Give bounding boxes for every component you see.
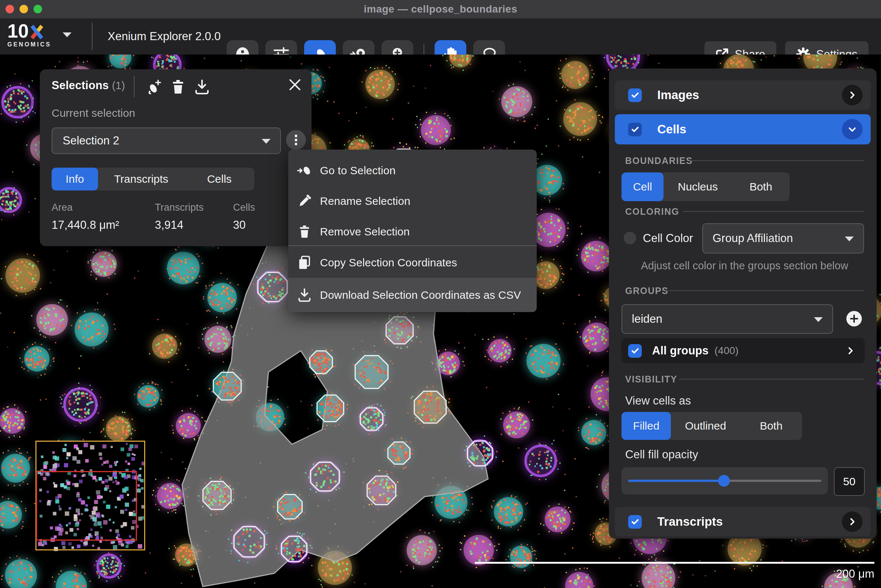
toolbar-divider bbox=[92, 23, 93, 50]
app-title: Xenium Explorer 2.0.0 bbox=[108, 30, 221, 43]
menu-item-rename-selection[interactable]: Rename Selection bbox=[288, 186, 537, 216]
download-icon bbox=[194, 79, 210, 95]
boundaries-header: BOUNDARIES bbox=[625, 156, 693, 166]
section-line bbox=[689, 160, 864, 161]
all-groups-row[interactable]: All groups (400) bbox=[621, 338, 865, 363]
opacity-slider[interactable] bbox=[621, 467, 828, 494]
transcripts-checkbox[interactable] bbox=[628, 515, 642, 529]
cells-label: Cells bbox=[657, 122, 842, 136]
check-icon bbox=[630, 124, 640, 134]
view-cells-as-label: View cells as bbox=[625, 394, 691, 408]
delete-selection-button[interactable] bbox=[170, 79, 186, 95]
boundaries-option-nucleus[interactable]: Nucleus bbox=[663, 172, 732, 201]
stat-cells-value: 30 bbox=[233, 219, 255, 232]
chevron-down-icon bbox=[848, 124, 857, 134]
menu-item-download-csv[interactable]: Download Selection Coordinates as CSV bbox=[288, 278, 537, 312]
all-groups-checkbox[interactable] bbox=[628, 344, 642, 358]
section-line bbox=[683, 211, 864, 212]
visibility-header: VISIBILITY bbox=[625, 374, 677, 385]
tab-cells[interactable]: Cells bbox=[184, 168, 254, 190]
tab-info[interactable]: Info bbox=[52, 168, 98, 190]
add-selection-button[interactable] bbox=[146, 79, 162, 95]
add-selection-icon bbox=[146, 79, 162, 95]
menu-item-go-to-selection[interactable]: Go to Selection bbox=[288, 155, 537, 186]
tenx-logo-x-icon bbox=[30, 24, 44, 40]
selection-dropdown[interactable]: Selection 2 bbox=[52, 128, 281, 154]
selection-context-menu: Go to Selection Rename Selection Remove … bbox=[288, 150, 537, 312]
images-expand-button[interactable] bbox=[842, 85, 863, 105]
chevron-down-icon bbox=[262, 139, 271, 144]
pencil-icon bbox=[297, 194, 312, 208]
chevron-right-icon bbox=[848, 90, 857, 100]
close-panel-button[interactable] bbox=[286, 76, 304, 94]
layer-row-cells[interactable]: Cells bbox=[615, 114, 870, 144]
selections-panel: Selections (1) bbox=[40, 69, 311, 246]
selection-tabs: Info Transcripts Cells bbox=[52, 168, 254, 190]
copy-icon bbox=[297, 255, 312, 270]
layer-row-transcripts[interactable]: Transcripts bbox=[615, 507, 870, 536]
view-option-both[interactable]: Both bbox=[740, 412, 802, 440]
trash-icon bbox=[297, 224, 312, 239]
coloring-header: COLORING bbox=[625, 206, 680, 217]
images-checkbox[interactable] bbox=[628, 88, 642, 102]
kebab-icon bbox=[290, 134, 302, 146]
groups-dropdown-value: leiden bbox=[632, 312, 662, 326]
tab-transcripts[interactable]: Transcripts bbox=[98, 168, 184, 190]
chevron-right-icon bbox=[848, 517, 857, 526]
plus-icon bbox=[849, 314, 858, 323]
current-selection-label: Current selection bbox=[52, 107, 135, 119]
tenx-logo-10: 10 bbox=[8, 21, 29, 40]
check-icon bbox=[630, 517, 640, 526]
view-option-filled[interactable]: Filled bbox=[621, 412, 671, 440]
boundaries-option-cell[interactable]: Cell bbox=[621, 172, 663, 201]
selections-count: (1) bbox=[112, 80, 125, 92]
menu-item-remove-selection[interactable]: Remove Selection bbox=[288, 216, 537, 247]
scalebar-label: 200 μm bbox=[836, 567, 874, 580]
cells-checkbox[interactable] bbox=[628, 123, 642, 136]
menu-label: Rename Selection bbox=[320, 195, 410, 207]
cell-color-swatch[interactable] bbox=[624, 232, 636, 244]
all-groups-count: (400) bbox=[714, 345, 846, 357]
cell-color-dropdown[interactable]: Group Affiliation bbox=[702, 223, 864, 254]
stat-area-value: 17,440.8 μm² bbox=[52, 219, 119, 232]
stat-area: Area 17,440.8 μm² bbox=[52, 202, 119, 232]
scalebar-line bbox=[475, 562, 874, 564]
menu-label: Remove Selection bbox=[320, 225, 409, 238]
menu-item-copy-coordinates[interactable]: Copy Selection Coordinates bbox=[288, 247, 537, 278]
add-group-button[interactable] bbox=[846, 311, 862, 326]
transcripts-expand-button[interactable] bbox=[842, 512, 863, 532]
images-label: Images bbox=[657, 88, 842, 102]
section-line bbox=[679, 379, 864, 380]
chevron-down-icon bbox=[814, 317, 823, 322]
menu-label: Copy Selection Coordinates bbox=[320, 256, 457, 269]
slider-thumb[interactable] bbox=[718, 475, 730, 487]
all-groups-label: All groups bbox=[652, 344, 708, 357]
header-divider bbox=[134, 76, 135, 97]
slider-track[interactable] bbox=[628, 480, 821, 482]
selection-options-kebab-button[interactable] bbox=[286, 130, 306, 150]
slider-fill bbox=[628, 480, 724, 482]
opacity-value: 50 bbox=[834, 467, 865, 496]
layer-row-images[interactable]: Images bbox=[615, 80, 870, 110]
view-option-outlined[interactable]: Outlined bbox=[671, 412, 740, 440]
cell-color-label: Cell Color bbox=[643, 232, 693, 245]
download-icon bbox=[297, 288, 312, 303]
chevron-right-icon bbox=[846, 346, 855, 356]
tenx-logo-genomics: GENOMICS bbox=[8, 41, 52, 48]
view-cells-segmented: Filled Outlined Both bbox=[621, 412, 802, 440]
selections-panel-title: Selections (1) bbox=[52, 79, 125, 92]
selection-dropdown-value: Selection 2 bbox=[63, 134, 119, 147]
cells-collapse-button[interactable] bbox=[842, 119, 863, 140]
stat-cells-label: Cells bbox=[233, 202, 255, 213]
window-title: image — cellpose_boundaries bbox=[0, 3, 881, 15]
tenx-logo[interactable]: 10 GENOMICS bbox=[8, 21, 52, 48]
layers-panel: Images Cells BOUNDARIES Cell bbox=[609, 69, 876, 538]
download-selections-button[interactable] bbox=[194, 79, 210, 95]
chevron-down-icon bbox=[845, 237, 854, 242]
boundaries-option-both[interactable]: Both bbox=[732, 172, 789, 201]
groups-header: GROUPS bbox=[625, 285, 668, 296]
cell-fill-opacity-label: Cell fill opacity bbox=[625, 448, 698, 461]
stat-transcripts-label: Transcripts bbox=[155, 202, 204, 213]
groups-dropdown[interactable]: leiden bbox=[621, 304, 833, 334]
brand-menu-caret-icon[interactable] bbox=[63, 32, 72, 37]
